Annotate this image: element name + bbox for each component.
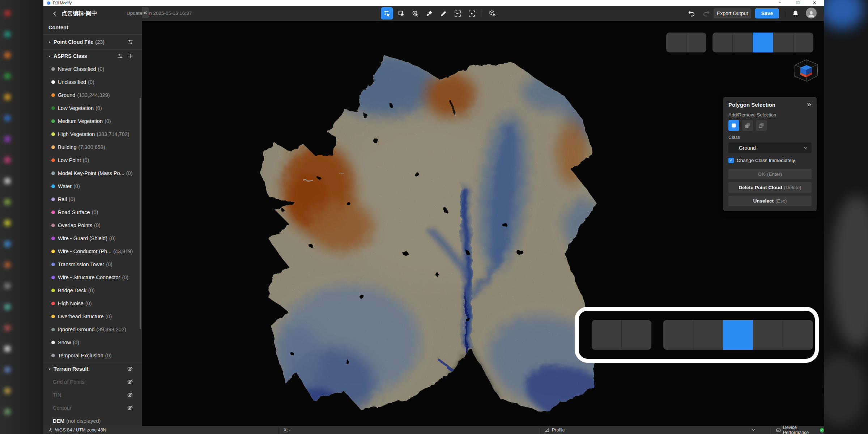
dem-row[interactable]: DEM (not displayed) [43,414,142,427]
profile-toggle[interactable]: Profile [545,426,565,434]
returns-coloring-button[interactable] [773,33,793,52]
class-filter-icon[interactable] [117,53,123,59]
asprs-class-row[interactable]: ASPRS Class [43,50,142,63]
model-display-settings-button[interactable] [486,7,498,20]
add-selection-button[interactable] [742,120,753,131]
class-row[interactable]: High Noise (0) [43,297,142,310]
sidebar-scrollbar[interactable] [140,98,141,329]
class-row[interactable]: Transmission Tower (0) [43,258,142,271]
expand-selection-tool-button[interactable] [451,7,464,20]
class-row[interactable]: Medium Vegetation (0) [43,115,142,128]
class-row[interactable]: Road Surface (0) [43,206,142,219]
points-increase-button[interactable] [686,33,706,52]
device-performance[interactable]: Device Performance ✓ [776,426,824,434]
class-row[interactable]: Overhead Structure (0) [43,310,142,323]
class-row[interactable]: Snow (0) [43,336,142,349]
sidebar-collapse-button[interactable] [142,7,149,18]
class-row[interactable]: Ignored Ground (39,398,202) [43,323,142,336]
points-increase-button[interactable] [622,320,651,350]
intensity-coloring-icon [790,326,807,343]
redo-button[interactable] [701,9,711,18]
minimize-button[interactable]: − [772,0,788,6]
back-button[interactable] [50,9,59,18]
save-button[interactable]: Save [755,8,779,18]
class-row[interactable]: Wire - Guard (Shield) (0) [43,232,142,245]
class-row[interactable]: Never Classified (0) [43,63,142,76]
user-avatar[interactable] [806,8,817,18]
eye-off-icon[interactable] [127,366,133,372]
point-cloud-file-row[interactable]: Point Cloud File (23) [43,35,142,50]
point-cloud-render[interactable] [142,21,824,426]
class-coloring-button[interactable] [733,33,753,52]
click-selection-tool-button[interactable] [409,7,421,20]
crs-indicator[interactable]: WGS 84 / UTM zone 48N [48,426,106,434]
class-row[interactable]: Water (0) [43,180,142,193]
brush-selection-tool-button[interactable] [423,7,435,20]
class-row[interactable]: Ground (133,244,329) [43,89,142,102]
intensity-coloring-button[interactable] [793,33,813,52]
class-color-dot [51,106,55,110]
class-color-dot [51,341,55,344]
points-decrease-button[interactable] [666,33,686,52]
export-output-button[interactable]: Export Output [714,8,751,18]
class-color-dot [51,263,55,266]
class-row[interactable]: Unclassified (0) [43,76,142,89]
terrain-item-row[interactable]: Grid of Points [43,375,142,388]
height-coloring-button[interactable] [753,33,773,52]
statusbar-collapse-chevron[interactable] [751,426,756,434]
terrain-item-row[interactable]: Contour [43,401,142,414]
terrain-item-row[interactable]: TIN [43,388,142,401]
class-color-dot [51,184,55,188]
new-selection-button[interactable] [728,120,739,131]
intensity-coloring-button[interactable] [783,320,813,350]
class-row[interactable]: Low Vegetation (0) [43,102,142,115]
focus-selection-tool-button[interactable] [465,7,478,20]
rgb-coloring-button[interactable] [663,320,693,350]
expand-arrow-icon[interactable] [48,367,51,371]
rectangle-selection-tool-button[interactable] [395,7,407,20]
toolbar-divider [482,9,482,17]
delete-point-cloud-button[interactable]: Delete Point Cloud (Delete) [728,182,812,193]
class-row[interactable]: Bridge Deck (0) [43,284,142,297]
polygon-selection-tool-button[interactable] [381,7,393,20]
subtract-selection-button[interactable] [756,120,767,131]
collapse-arrow-icon[interactable] [48,40,51,44]
class-row[interactable]: Temporal Exclusion (0) [43,349,142,362]
device-performance-icon [776,427,781,433]
eye-off-icon[interactable] [127,405,133,411]
class-row[interactable]: Low Point (0) [43,154,142,167]
terrain-result-row[interactable]: Terrain Result [43,362,142,375]
eye-off-icon[interactable] [127,379,133,385]
class-row[interactable]: Model Key-Point (Mass Po... (0) [43,167,142,180]
class-dropdown[interactable]: Ground [728,142,812,153]
point-cloud-viewport[interactable]: Polygon Selection Add/Remove Selection C… [142,21,824,426]
class-row[interactable]: Rail (0) [43,193,142,206]
returns-coloring-button[interactable] [753,320,783,350]
add-class-icon[interactable] [127,53,133,59]
class-row[interactable]: Wire - Conductor (Ph... (43,819) [43,245,142,258]
restore-button[interactable]: ❐ [790,0,806,6]
profile-icon [545,427,550,433]
pen-selection-tool-button[interactable] [437,7,450,20]
expand-arrow-icon[interactable] [48,54,51,58]
points-decrease-button[interactable] [592,320,622,350]
orientation-cube-gizmo[interactable] [789,56,822,85]
undo-button[interactable] [686,9,697,18]
class-color-dot [51,67,55,71]
rgb-coloring-button[interactable] [712,33,733,52]
height-coloring-button[interactable] [723,320,753,350]
unselect-button[interactable]: Unselect (Esc) [728,196,812,206]
terrain-result-list: Grid of Points TIN Contour [43,375,142,414]
notifications-bell-icon[interactable] [791,9,800,18]
close-button[interactable]: ✕ [807,0,822,6]
change-class-checkbox[interactable]: ✓ [728,158,734,163]
ok-button[interactable]: OK (Enter) [728,169,812,179]
class-row[interactable]: High Vegetation (383,714,702) [43,128,142,141]
class-row[interactable]: Wire - Structure Connector (0) [43,271,142,284]
class-coloring-button[interactable] [693,320,723,350]
file-filter-icon[interactable] [127,39,133,45]
panel-collapse-icon[interactable] [806,102,812,107]
class-row[interactable]: Overlap Points (0) [43,219,142,232]
class-row[interactable]: Building (7,300,658) [43,141,142,154]
eye-off-icon[interactable] [127,392,133,398]
